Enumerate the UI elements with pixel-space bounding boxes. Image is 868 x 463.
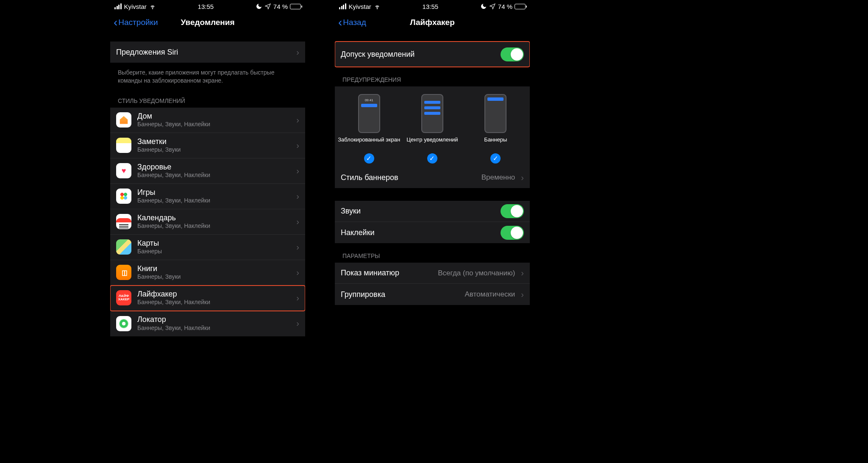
app-subtitle: Баннеры, Звуки, Наклейки (137, 223, 210, 229)
battery-pct: 74 % (273, 3, 288, 10)
app-title: Дом (137, 112, 210, 121)
status-time: 13:55 (198, 3, 214, 10)
carrier-label: Kyivstar (349, 3, 371, 10)
alerts-section-header: ПРЕДУПРЕЖДЕНИЯ (335, 67, 530, 86)
app-title: Лайфхакер (137, 290, 210, 299)
battery-icon (290, 4, 301, 9)
alert-notification-center-option[interactable]: Центр уведомлений ✓ (401, 94, 464, 164)
chevron-right-icon: › (293, 115, 299, 125)
banner-style-label: Стиль баннеров (341, 173, 398, 182)
center-preview-icon (421, 94, 443, 133)
allow-notifications-row[interactable]: Допуск уведомлений (335, 42, 530, 67)
chevron-right-icon: › (293, 47, 299, 57)
alert-banner-label: Баннеры (484, 136, 507, 150)
chevron-right-icon: › (517, 290, 524, 299)
battery-icon (515, 4, 526, 9)
alert-style-row: 09:41 Заблокированный экран ✓ Центр увед… (335, 86, 530, 167)
apps-list: Дом Баннеры, Звуки, Наклейки › Заметки Б… (110, 108, 305, 336)
app-title: Локатор (137, 316, 210, 324)
check-icon: ✓ (427, 153, 437, 164)
back-button[interactable]: ‹ Настройки (114, 17, 158, 28)
check-icon: ✓ (490, 153, 501, 164)
battery-pct: 74 % (498, 3, 512, 10)
chevron-right-icon: › (293, 242, 299, 252)
app-row-games[interactable]: Игры Баннеры, Звуки, Наклейки › (110, 184, 305, 209)
banner-style-row[interactable]: Стиль баннеров Временно › (335, 167, 530, 188)
app-row-health[interactable]: Здоровье Баннеры, Звуки, Наклейки › (110, 158, 305, 184)
app-subtitle: Баннеры, Звуки, Наклейки (137, 172, 210, 178)
dnd-moon-icon (480, 3, 487, 10)
sounds-label: Звуки (341, 207, 361, 216)
location-icon (489, 3, 496, 10)
app-title: Книги (137, 265, 181, 273)
app-row-findmy[interactable]: Локатор Баннеры, Звуки, Наклейки › (110, 311, 305, 336)
app-icon-home (116, 112, 131, 128)
style-section-header: СТИЛЬ УВЕДОМЛЕНИЙ (110, 88, 305, 108)
app-title: Заметки (137, 138, 181, 146)
preview-time: 09:41 (365, 98, 373, 102)
app-row-notes[interactable]: Заметки Баннеры, Звуки › (110, 133, 305, 158)
dnd-moon-icon (256, 3, 262, 10)
alert-center-label: Центр уведомлений (406, 136, 458, 150)
previews-value: Всегда (по умолчанию) (438, 269, 515, 277)
chevron-right-icon: › (293, 141, 299, 150)
app-subtitle: Баннеры, Звуки (137, 147, 181, 153)
chevron-right-icon: › (517, 268, 524, 278)
previews-row[interactable]: Показ миниатюр Всегда (по умолчанию) › (335, 263, 530, 284)
siri-description: Выберите, какие приложения могут предлаг… (110, 63, 305, 88)
signal-icon (339, 3, 346, 9)
banner-preview-icon (484, 94, 506, 133)
back-label: Настройки (118, 18, 158, 27)
lockscreen-preview-icon: 09:41 (358, 94, 380, 133)
back-label: Назад (343, 18, 366, 27)
app-icon-calendar (116, 214, 131, 229)
chevron-right-icon: › (293, 217, 299, 227)
app-subtitle: Баннеры, Звуки, Наклейки (137, 325, 210, 331)
allow-toggle[interactable] (501, 47, 524, 61)
app-icon-lifehacker: ЛАЙФ ХАКЕР (116, 290, 131, 305)
sounds-toggle[interactable] (501, 204, 524, 218)
sounds-row[interactable]: Звуки (335, 201, 530, 222)
alert-lockscreen-option[interactable]: 09:41 Заблокированный экран ✓ (338, 94, 401, 164)
allow-label: Допуск уведомлений (341, 50, 415, 59)
app-subtitle: Баннеры, Звуки, Наклейки (137, 299, 210, 305)
siri-suggestions-row[interactable]: Предложения Siri › (110, 42, 305, 63)
app-row-home[interactable]: Дом Баннеры, Звуки, Наклейки › (110, 108, 305, 133)
chevron-left-icon: ‹ (114, 17, 117, 28)
badges-toggle[interactable] (501, 226, 524, 240)
back-button[interactable]: ‹ Назад (338, 17, 366, 28)
signal-icon (114, 3, 122, 9)
alert-banners-option[interactable]: Баннеры ✓ (464, 94, 527, 164)
app-title: Игры (137, 189, 210, 197)
grouping-label: Группировка (341, 290, 385, 299)
check-icon: ✓ (364, 153, 374, 164)
app-subtitle: Баннеры, Звуки (137, 274, 181, 280)
params-section-header: ПАРАМЕТРЫ (335, 243, 530, 263)
chevron-right-icon: › (517, 173, 524, 183)
banner-style-value: Временно (481, 173, 515, 182)
app-icon-maps (116, 239, 131, 255)
phone-screen-app-notification-settings: Kyivstar 13:55 74 % ‹ Назад Лайфхакер До… (335, 0, 530, 343)
app-row-maps[interactable]: Карты Баннеры › (110, 235, 305, 260)
chevron-right-icon: › (293, 268, 299, 277)
chevron-right-icon: › (293, 191, 299, 201)
wifi-icon (149, 3, 156, 10)
nav-bar: ‹ Назад Лайфхакер (335, 12, 530, 33)
app-row-calendar[interactable]: Календарь Баннеры, Звуки, Наклейки › (110, 209, 305, 235)
siri-label: Предложения Siri (116, 48, 178, 57)
app-icon-findmy (116, 316, 131, 331)
status-bar: Kyivstar 13:55 74 % (110, 0, 305, 12)
chevron-right-icon: › (293, 166, 299, 176)
app-row-lifehacker[interactable]: ЛАЙФ ХАКЕР Лайфхакер Баннеры, Звуки, Нак… (110, 286, 305, 311)
chevron-right-icon: › (293, 319, 299, 328)
badges-label: Наклейки (341, 228, 375, 237)
grouping-row[interactable]: Группировка Автоматически › (335, 284, 530, 305)
app-row-books[interactable]: Книги Баннеры, Звуки › (110, 260, 305, 286)
chevron-left-icon: ‹ (338, 17, 342, 28)
app-icon-books (116, 265, 131, 280)
location-icon (264, 3, 271, 10)
status-bar: Kyivstar 13:55 74 % (335, 0, 530, 12)
carrier-label: Kyivstar (124, 3, 147, 10)
badges-row[interactable]: Наклейки (335, 222, 530, 243)
alert-lock-label: Заблокированный экран (338, 136, 400, 150)
